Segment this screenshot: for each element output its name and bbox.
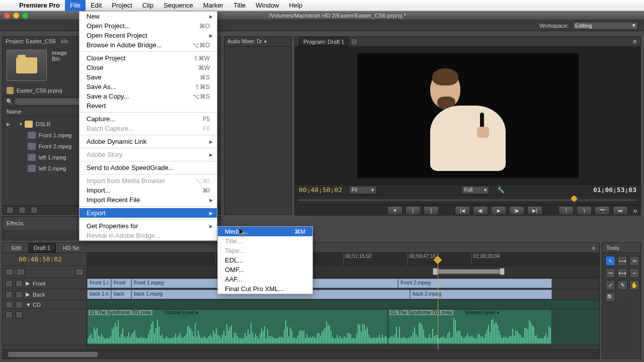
eye-icon[interactable] — [6, 291, 13, 298]
menu-sequence[interactable]: Sequence — [158, 0, 198, 11]
in-point-button[interactable]: { — [406, 206, 421, 215]
solo-icon[interactable] — [16, 311, 23, 318]
marker-icon[interactable] — [17, 268, 25, 276]
timeline-clip[interactable]: Front 1.r — [87, 279, 111, 288]
wrench-icon[interactable]: 🔧 — [497, 187, 505, 194]
audio-clip[interactable]: 01 The Syndrome 701.m4aVolume:Level ▾ — [87, 309, 388, 345]
work-area-bar[interactable] — [87, 266, 599, 278]
next-button[interactable]: ⏭ — [613, 206, 628, 215]
playhead[interactable] — [438, 253, 438, 349]
panel-menu-icon[interactable]: ≡ — [633, 38, 636, 45]
timeline-tracks[interactable]: 00;34;10;0200;42;42;1600;51;15;0200;59;4… — [87, 253, 599, 349]
timeline-tab-hdse[interactable]: HD Se — [58, 244, 84, 252]
more-icon[interactable]: » — [633, 206, 637, 215]
resolution-select[interactable]: Full▾ — [462, 186, 489, 194]
export-frame-button[interactable]: 📷 — [595, 206, 610, 215]
pen-tool-icon[interactable]: ✎ — [617, 280, 627, 290]
selection-tool-icon[interactable]: ↖ — [605, 256, 615, 266]
export-item-omf[interactable]: OMF... — [218, 265, 312, 275]
menu-item-adobe-dynamic-link[interactable]: Adobe Dynamic Link — [79, 137, 217, 146]
menu-item-close-project[interactable]: Close Project⇧⌘W — [79, 53, 217, 63]
menu-title[interactable]: Title — [228, 0, 251, 11]
menu-file[interactable]: File — [65, 0, 86, 11]
zoom-icon[interactable] — [22, 13, 28, 19]
track-header-v2[interactable]: ▶Back — [3, 289, 87, 300]
track-header-a1-expand[interactable] — [3, 309, 87, 345]
sequence-dropdown-icon[interactable] — [351, 38, 358, 45]
eye-icon[interactable] — [6, 280, 13, 287]
menu-item-capture[interactable]: Capture...F5 — [79, 114, 217, 124]
goto-out-button[interactable]: ▶| — [527, 206, 542, 215]
timeline-clip[interactable]: back — [111, 290, 131, 299]
snap-icon[interactable] — [6, 268, 14, 276]
mark-in-button[interactable]: ▼ — [387, 206, 403, 215]
workarea-handle[interactable] — [433, 268, 438, 275]
export-item-media[interactable]: Media...⌘M — [218, 227, 312, 236]
program-tab[interactable]: Program: Draft 1 — [299, 37, 349, 46]
program-monitor[interactable] — [295, 47, 640, 185]
lock-icon[interactable] — [16, 291, 23, 298]
program-scrubber[interactable] — [295, 195, 640, 205]
disclosure-icon[interactable]: ▶ — [7, 122, 13, 127]
menu-item-revert[interactable]: Revert — [79, 101, 217, 111]
play-button[interactable]: ▶ — [491, 206, 506, 215]
timeline-clip[interactable]: Front 2.mpeg — [398, 279, 552, 288]
zoom-fit-select[interactable]: Fit▾ — [349, 186, 376, 194]
export-item-final-cut-pro-xml[interactable]: Final Cut Pro XML... — [218, 284, 312, 294]
track-header-a1[interactable]: ▼CD — [3, 300, 87, 309]
track-header-v1[interactable]: ▶Front — [3, 278, 87, 289]
hand-tool-icon[interactable]: ✋ — [629, 280, 639, 290]
speaker-icon[interactable] — [6, 301, 13, 308]
razor-tool-icon[interactable]: ↔ — [629, 268, 639, 278]
timeline-tab-edit[interactable]: Edit — [7, 244, 26, 252]
lift-button[interactable]: ⤴ — [558, 206, 574, 215]
menu-item-send-to-adobe-speedgrade[interactable]: Send to Adobe SpeedGrade... — [79, 163, 217, 172]
menu-window[interactable]: Window — [251, 0, 284, 11]
settings-icon[interactable] — [75, 268, 84, 276]
menu-item-import[interactable]: Import...⌘I — [79, 186, 217, 195]
track-select-tool-icon[interactable]: ⟶ — [617, 256, 627, 266]
time-ruler[interactable]: 00;34;10;0200;42;42;1600;51;15;0200;59;4… — [87, 253, 599, 266]
export-item-edl[interactable]: EDL... — [218, 255, 312, 265]
lock-icon[interactable] — [16, 280, 23, 287]
menu-item-import-recent-file[interactable]: Import Recent File — [79, 195, 217, 205]
timeline-clip[interactable]: Front — [111, 279, 131, 288]
audio-clip[interactable]: 01 The Syndrome 701.m4aVolume:Level ▾ — [388, 309, 552, 345]
program-timecode-in[interactable]: 00;48;50;02 — [299, 186, 342, 194]
timeline-tab-draft1[interactable]: Draft 1 — [28, 243, 56, 252]
automate-icon[interactable] — [31, 207, 38, 214]
rolling-tool-icon[interactable]: ⤳ — [605, 268, 615, 278]
bin-thumbnail[interactable] — [7, 50, 47, 81]
menu-item-open-recent-project[interactable]: Open Recent Project — [79, 31, 217, 40]
step-back-button[interactable]: ◀| — [473, 206, 488, 215]
timeline-clip[interactable]: back 2.mpeg — [410, 290, 552, 299]
menu-project[interactable]: Project — [107, 0, 137, 11]
icon-view-icon[interactable] — [19, 207, 26, 214]
menu-item-open-project[interactable]: Open Project...⌘O — [79, 21, 217, 31]
menu-item-new[interactable]: New — [79, 12, 217, 21]
extract-button[interactable]: ⤵ — [577, 206, 592, 215]
timeline-timecode[interactable]: 00:48:50:02 — [3, 253, 87, 266]
menu-help[interactable]: Help — [284, 0, 308, 11]
app-name[interactable]: Premiere Pro — [14, 2, 65, 9]
menu-item-save[interactable]: Save⌘S — [79, 72, 217, 82]
menu-clip[interactable]: Clip — [137, 0, 158, 11]
close-icon[interactable] — [4, 13, 10, 19]
out-point-button[interactable]: } — [424, 206, 439, 215]
menu-item-export[interactable]: Export — [79, 208, 217, 218]
menu-marker[interactable]: Marker — [198, 0, 228, 11]
list-view-icon[interactable] — [7, 207, 14, 214]
menu-item-save-a-copy[interactable]: Save a Copy...⌥⌘S — [79, 92, 217, 101]
export-item-aaf[interactable]: AAF... — [218, 275, 312, 284]
goto-in-button[interactable]: |◀ — [455, 206, 470, 215]
ripple-tool-icon[interactable]: ✂ — [629, 256, 639, 266]
menu-item-browse-in-adobe-bridge[interactable]: Browse in Adobe Bridge...⌥⌘O — [79, 40, 217, 50]
timeline-scrollbar[interactable] — [3, 349, 599, 358]
timeline-clip[interactable]: back 1.n — [87, 290, 111, 299]
source-tab[interactable]: Audio Mixer: Dr ▾ — [224, 37, 291, 47]
bin-disclosure-icon[interactable]: ▼ — [19, 122, 25, 127]
workarea-handle[interactable] — [500, 268, 505, 275]
menu-item-save-as[interactable]: Save As...⇧⌘S — [79, 82, 217, 92]
mute-icon[interactable] — [6, 311, 13, 318]
menu-edit[interactable]: Edit — [86, 0, 107, 11]
